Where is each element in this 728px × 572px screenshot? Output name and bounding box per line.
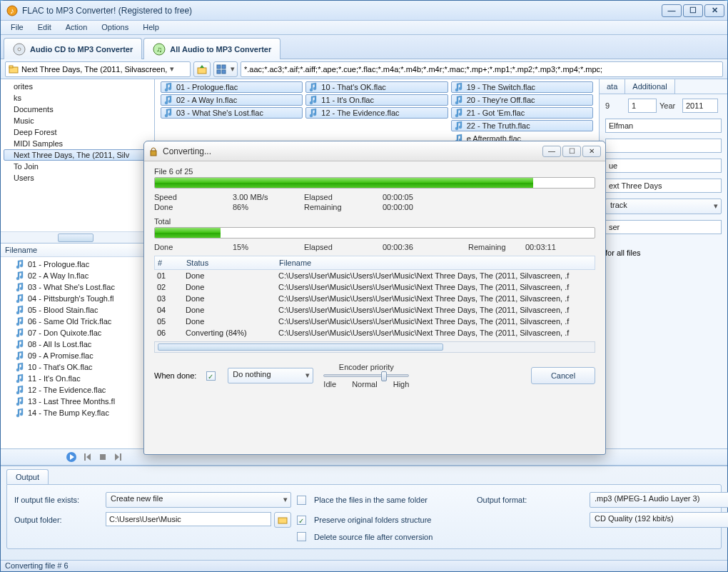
table-row[interactable]: 05DoneC:\Users\User\Music\Users\User\Mus… xyxy=(154,316,595,327)
tree-item[interactable]: Documents xyxy=(4,104,151,115)
dialog-titlebar[interactable]: Converting... — ☐ ✕ xyxy=(144,141,605,161)
next-button[interactable] xyxy=(112,451,125,463)
list-item[interactable]: 08 - All Is Lost.flac xyxy=(15,338,153,350)
tree-item[interactable]: Music xyxy=(4,115,151,126)
tree-item[interactable]: Next Three Days, The (2011, Silv xyxy=(4,149,151,161)
grid-item[interactable]: 22 - The Truth.flac xyxy=(451,120,593,131)
file-progress xyxy=(154,177,595,189)
table-row[interactable]: 01DoneC:\Users\User\Music\Users\User\Mus… xyxy=(154,270,595,281)
menu-action[interactable]: Action xyxy=(59,21,95,34)
list-item[interactable]: 02 - A Way In.flac xyxy=(15,270,153,281)
priority-slider[interactable] xyxy=(323,374,409,377)
format-dropdown[interactable]: .mp3 (MPEG-1 Audio Layer 3) xyxy=(590,492,728,508)
field-2[interactable] xyxy=(605,139,722,153)
browse-folder-button[interactable] xyxy=(274,512,291,528)
sidebar: oritesksDocumentsMusicDeep ForestMIDI Sa… xyxy=(1,79,155,448)
field-3[interactable] xyxy=(605,159,722,173)
grid-item[interactable]: 20 - They're Off.flac xyxy=(451,94,593,106)
up-folder-button[interactable] xyxy=(193,61,211,77)
tree-item[interactable]: Deep Forest xyxy=(4,126,151,138)
table-row[interactable]: 04DoneC:\Users\User\Music\Users\User\Mus… xyxy=(154,304,595,316)
track-field[interactable] xyxy=(628,99,657,113)
list-item[interactable]: 07 - Don Quixote.flac xyxy=(15,327,153,338)
list-item[interactable]: 09 - A Promise.flac xyxy=(15,350,153,361)
window-title: FLAC to MP3 Converter! (Registered to fr… xyxy=(22,6,662,16)
tab-output[interactable]: Output xyxy=(6,469,49,484)
main-window: ♪ FLAC to MP3 Converter! (Registered to … xyxy=(0,0,728,572)
menu-edit[interactable]: Edit xyxy=(31,21,59,34)
delete-source-check[interactable] xyxy=(297,532,306,541)
titlebar: ♪ FLAC to MP3 Converter! (Registered to … xyxy=(1,1,727,21)
dialog-minimize[interactable]: — xyxy=(542,146,561,157)
list-item[interactable]: 06 - Same Old Trick.flac xyxy=(15,316,153,327)
output-folder-field[interactable] xyxy=(106,512,271,526)
when-done-dropdown[interactable]: Do nothing xyxy=(228,368,313,383)
tree-item[interactable]: ks xyxy=(4,92,151,104)
menu-options[interactable]: Options xyxy=(94,21,136,34)
same-folder-check[interactable] xyxy=(297,496,306,505)
grid-item[interactable]: 11 - It's On.flac xyxy=(305,94,448,106)
close-button[interactable]: ✕ xyxy=(704,4,724,17)
type-dropdown[interactable]: track xyxy=(605,199,722,214)
menu-file[interactable]: File xyxy=(4,21,31,34)
prev-button[interactable] xyxy=(81,451,93,463)
list-item[interactable]: 10 - That's OK.flac xyxy=(15,361,153,373)
chevron-down-icon: ▾ xyxy=(170,64,174,74)
grid-item[interactable]: 03 - What She's Lost.flac xyxy=(161,107,303,119)
folder-tree[interactable]: oritesksDocumentsMusicDeep ForestMIDI Sa… xyxy=(1,79,154,231)
stop-button[interactable] xyxy=(96,451,109,463)
title-field[interactable] xyxy=(605,179,722,193)
list-item[interactable]: 01 - Prologue.flac xyxy=(15,259,153,270)
grid-item[interactable]: 21 - Got 'Em.flac xyxy=(451,107,593,119)
svg-rect-8 xyxy=(198,68,206,74)
table-hscroll[interactable] xyxy=(154,341,595,353)
file-list[interactable]: 01 - Prologue.flac02 - A Way In.flac03 -… xyxy=(1,257,154,448)
view-button[interactable]: ▾ xyxy=(213,61,238,77)
dialog-maximize[interactable]: ☐ xyxy=(562,146,581,157)
play-button[interactable] xyxy=(65,451,78,463)
tab-audio-cd[interactable]: Audio CD to MP3 Converter xyxy=(4,38,142,59)
table-row[interactable]: 02DoneC:\Users\User\Music\Users\User\Mus… xyxy=(154,281,595,293)
grid-item[interactable]: 19 - The Switch.flac xyxy=(451,81,593,93)
year-field[interactable] xyxy=(682,99,718,113)
table-row[interactable]: 03DoneC:\Users\User\Music\Users\User\Mus… xyxy=(154,293,595,304)
tree-hscroll[interactable] xyxy=(1,231,154,243)
when-done-check[interactable] xyxy=(206,371,216,381)
list-item[interactable]: 05 - Blood Stain.flac xyxy=(15,304,153,316)
list-item[interactable]: 14 - The Bump Key.flac xyxy=(15,407,153,418)
dialog-close[interactable]: ✕ xyxy=(582,146,601,157)
list-item[interactable]: 11 - It's On.flac xyxy=(15,373,153,384)
tree-item[interactable]: To Join xyxy=(4,161,151,172)
field-6[interactable] xyxy=(605,220,722,234)
list-item[interactable]: 03 - What She's Lost.flac xyxy=(15,281,153,293)
grid-item[interactable]: 10 - That's OK.flac xyxy=(305,81,448,93)
list-item[interactable]: 04 - Pittsburgh's Tough.fl xyxy=(15,293,153,304)
tree-item[interactable]: orites xyxy=(4,81,151,92)
list-item[interactable]: 13 - Last Three Months.fl xyxy=(15,396,153,407)
total-progress xyxy=(154,227,595,239)
status-bar: Converting file # 6 xyxy=(1,560,727,571)
minimize-button[interactable]: — xyxy=(662,4,682,17)
tab-all-audio[interactable]: ♫ All Audio to MP3 Converter xyxy=(143,38,280,59)
tree-item[interactable]: Users xyxy=(4,172,151,184)
if-exists-dropdown[interactable]: Create new file xyxy=(106,492,291,508)
maximize-button[interactable]: ☐ xyxy=(683,4,703,17)
path-combo[interactable]: Next Three Days, The (2011, Silvascreen,… xyxy=(5,61,191,77)
table-row[interactable]: 06Converting (84%)C:\Users\User\Music\Us… xyxy=(154,327,595,338)
list-item[interactable]: 12 - The Evidence.flac xyxy=(15,384,153,396)
extension-filter[interactable]: *.aac;*.ac3;*.aif;*.aiff;*.ape;*.cue;*.f… xyxy=(241,61,723,77)
tree-item[interactable]: MIDI Samples xyxy=(4,138,151,149)
quality-dropdown[interactable]: CD Quality (192 kbit/s) xyxy=(590,512,728,528)
preserve-check[interactable] xyxy=(297,516,306,525)
grid-item[interactable]: 12 - The Evidence.flac xyxy=(305,107,448,119)
svg-rect-12 xyxy=(222,70,226,74)
artist-field[interactable] xyxy=(605,119,722,133)
filelist-header[interactable]: Filename xyxy=(1,244,154,257)
grid-item[interactable]: 02 - A Way In.flac xyxy=(161,94,303,106)
tab-metadata[interactable]: ata xyxy=(600,79,625,94)
app-icon: ♪ xyxy=(6,5,18,16)
grid-item[interactable]: 01 - Prologue.flac xyxy=(161,81,303,93)
tab-additional[interactable]: Additional xyxy=(625,79,674,94)
cancel-button[interactable]: Cancel xyxy=(531,367,595,384)
menu-help[interactable]: Help xyxy=(136,21,166,34)
